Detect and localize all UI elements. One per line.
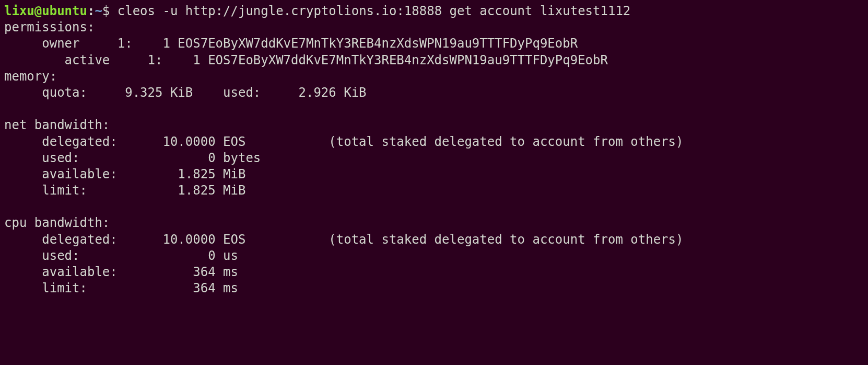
prompt-host: ubuntu [42, 4, 87, 18]
cpu-delegated-line: delegated: 10.0000 EOS (total staked del… [4, 232, 683, 247]
net-available-line: available: 1.825 MiB [4, 167, 261, 181]
prompt-colon: : [87, 4, 95, 18]
terminal-window[interactable]: lixu@ubuntu:~$ cleos -u http://jungle.cr… [0, 0, 868, 300]
prompt-dollar: $ [102, 4, 118, 18]
net-bandwidth-header: net bandwidth: [4, 118, 118, 132]
memory-header: memory: [4, 69, 65, 84]
active-permission-line: active 1: 1 EOS7EoByXW7ddKvE7MnTkY3REB4n… [4, 53, 608, 67]
cpu-available-line: available: 364 ms [4, 265, 261, 279]
cpu-used-line: used: 0 us [4, 248, 261, 263]
memory-line: quota: 9.325 KiB used: 2.926 KiB [4, 85, 381, 100]
permissions-header: permissions: [4, 20, 102, 35]
prompt-at: @ [34, 4, 42, 18]
prompt-user: lixu [4, 4, 34, 18]
net-delegated-line: delegated: 10.0000 EOS (total staked del… [4, 134, 683, 149]
cpu-limit-line: limit: 364 ms [4, 281, 261, 295]
net-limit-line: limit: 1.825 MiB [4, 183, 261, 198]
net-used-line: used: 0 bytes [4, 151, 261, 165]
prompt-line[interactable]: lixu@ubuntu:~$ cleos -u http://jungle.cr… [4, 4, 630, 18]
cpu-bandwidth-header: cpu bandwidth: [4, 215, 110, 230]
owner-permission-line: owner 1: 1 EOS7EoByXW7ddKvE7MnTkY3REB4nz… [4, 36, 578, 51]
prompt-path: ~ [95, 4, 102, 18]
command-text: cleos -u http://jungle.cryptolions.io:18… [118, 4, 631, 18]
